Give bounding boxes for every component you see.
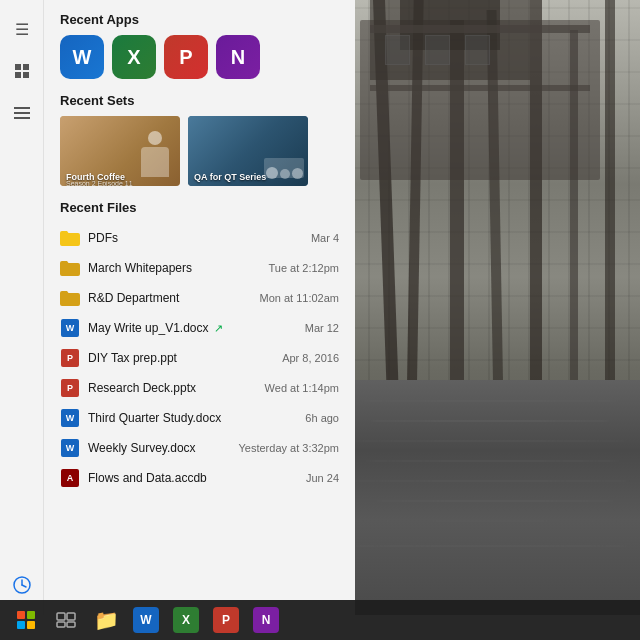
recent-files-title: Recent Files [60,200,339,215]
file-item-weekly[interactable]: W Weekly Survey.docx Yesterday at 3:32pm [60,433,339,463]
excel-app-icon[interactable]: X [112,35,156,79]
word-icon-weekly: W [60,438,80,458]
file-date-march: Tue at 2:12pm [268,262,339,274]
word-taskbar-icon: W [133,607,159,633]
file-item-may[interactable]: W May Write up_V1.docx ↗ Mar 12 [60,313,339,343]
svg-rect-3 [23,72,29,78]
onenote-taskbar-button[interactable]: N [248,602,284,638]
clock-icon[interactable] [4,567,40,603]
svg-rect-10 [57,613,65,620]
set-card-qa[interactable]: QA for QT Series [188,116,308,186]
file-date-flows: Jun 24 [306,472,339,484]
file-date-tax: Apr 8, 2016 [282,352,339,364]
svg-line-9 [22,585,26,587]
file-name-tax: DIY Tax prep.ppt [88,351,274,365]
menu-icon[interactable]: ☰ [4,11,40,47]
word-icon-may: W [60,318,80,338]
file-item-pdfs[interactable]: PDFs Mar 4 [60,223,339,253]
file-name-pdfs: PDFs [88,231,303,245]
taskbar: 📁 W X P N [0,600,640,640]
background-photo [350,0,640,615]
svg-rect-2 [15,72,21,78]
file-item-tax[interactable]: P DIY Tax prep.ppt Apr 8, 2016 [60,343,339,373]
word-icon-third-quarter: W [60,408,80,428]
access-icon-flows: A [60,468,80,488]
svg-rect-5 [14,112,30,114]
file-name-march: March Whitepapers [88,261,260,275]
word-taskbar-button[interactable]: W [128,602,164,638]
folder-icon-pdfs [60,228,80,248]
file-date-research: Wed at 1:14pm [265,382,339,394]
app-icons-row: W X P N [60,35,339,79]
svg-rect-1 [23,64,29,70]
folder-button[interactable]: 📁 [88,602,124,638]
task-view-button[interactable] [48,602,84,638]
ppt-taskbar-button[interactable]: P [208,602,244,638]
set-card-qa-label: QA for QT Series [194,172,266,182]
word-app-icon[interactable]: W [60,35,104,79]
file-date-pdfs: Mar 4 [311,232,339,244]
file-name-third-quarter: Third Quarter Study.docx [88,411,297,425]
grid-icon[interactable] [4,53,40,89]
onenote-app-icon[interactable]: N [216,35,260,79]
svg-rect-11 [67,613,75,620]
file-date-third-quarter: 6h ago [305,412,339,424]
file-name-may: May Write up_V1.docx ↗ [88,321,297,335]
trending-icon: ↗ [214,322,223,334]
excel-taskbar-button[interactable]: X [168,602,204,638]
svg-rect-6 [14,117,30,119]
ppt-icon-research: P [60,378,80,398]
svg-rect-13 [67,622,75,627]
file-item-flows[interactable]: A Flows and Data.accdb Jun 24 [60,463,339,493]
set-card-fourth-coffee[interactable]: Fourth Coffee Season 2 Episode 11 [60,116,180,186]
file-name-weekly: Weekly Survey.docx [88,441,231,455]
file-name-rd: R&D Department [88,291,252,305]
svg-rect-0 [15,64,21,70]
ppt-app-icon[interactable]: P [164,35,208,79]
recent-apps-title: Recent Apps [60,12,339,27]
folder-icon-rd [60,288,80,308]
file-name-research: Research Deck.pptx [88,381,257,395]
sidebar: ☰ [0,0,44,615]
list-icon[interactable] [4,95,40,131]
windows-logo [17,611,35,629]
file-date-rd: Mon at 11:02am [260,292,340,304]
file-item-third-quarter[interactable]: W Third Quarter Study.docx 6h ago [60,403,339,433]
main-content: Recent Apps W X P N Recent Sets [44,0,355,615]
file-date-weekly: Yesterday at 3:32pm [239,442,340,454]
file-item-rd[interactable]: R&D Department Mon at 11:02am [60,283,339,313]
folder-icon: 📁 [94,608,119,632]
onenote-taskbar-icon: N [253,607,279,633]
file-item-march[interactable]: March Whitepapers Tue at 2:12pm [60,253,339,283]
file-item-research[interactable]: P Research Deck.pptx Wed at 1:14pm [60,373,339,403]
file-name-flows: Flows and Data.accdb [88,471,298,485]
folder-icon-march [60,258,80,278]
svg-rect-4 [14,107,30,109]
svg-rect-12 [57,622,65,627]
file-date-may: Mar 12 [305,322,339,334]
excel-taskbar-icon: X [173,607,199,633]
windows-start-button[interactable] [8,602,44,638]
ppt-icon-tax: P [60,348,80,368]
set-card-coffee-sublabel: Season 2 Episode 11 [66,180,133,186]
left-panel: ☰ Recent Apps [0,0,355,615]
sets-row: Fourth Coffee Season 2 Episode 11 QA for… [60,116,339,186]
recent-sets-title: Recent Sets [60,93,339,108]
ppt-taskbar-icon: P [213,607,239,633]
